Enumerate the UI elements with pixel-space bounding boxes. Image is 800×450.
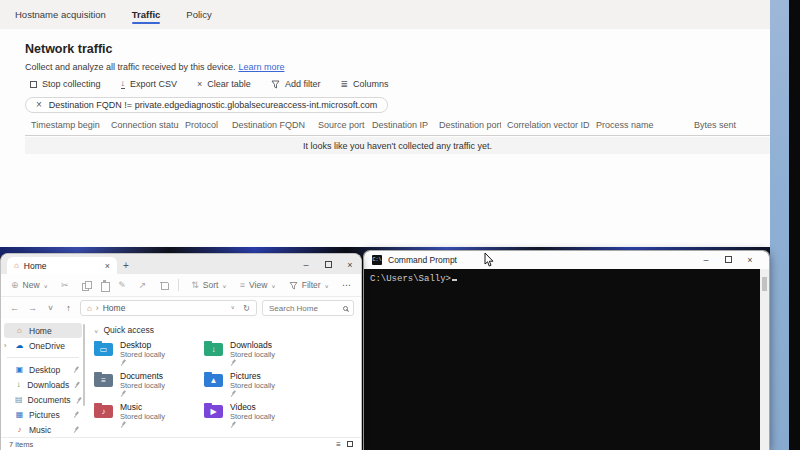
close-tab-icon[interactable]: × [105,261,110,271]
refresh-icon[interactable]: ↻ [243,303,250,313]
folder-desktop[interactable]: ▭ Desktop Stored locally [94,340,204,370]
download-icon: ↓ [121,79,126,89]
up-icon[interactable]: ↑ [62,303,75,313]
cmd-title-bar: C:\ Command Prompt – × [364,251,769,269]
explorer-window-controls: – × [295,260,361,270]
quick-access-grid: ▭ Desktop Stored locally ↓ Downloads Sto… [94,340,361,432]
pin-icon [228,420,237,429]
export-csv-button[interactable]: ↓ Export CSV [121,79,178,89]
sidebar-item-pictures[interactable]: ▦ Pictures [1,407,85,422]
filter-chip[interactable]: × Destination FQDN != private.edgediagno… [25,97,388,113]
col-process-name[interactable]: Process name [590,120,688,135]
columns-button[interactable]: ≣ Columns [340,79,388,89]
col-connection-status[interactable]: Connection status [105,120,179,135]
close-button[interactable]: × [739,255,761,265]
pictures-icon: ▦ [15,411,24,419]
explorer-address-row: ← → ∨ ↑ ⌂ › Home ∨ ↻ [1,297,361,319]
search-input[interactable] [269,304,339,313]
explorer-tab-home[interactable]: ≡ ⌂ Home × [7,257,117,274]
folder-videos[interactable]: ▶ Videos Stored locally [204,402,314,432]
maximize-button[interactable] [317,260,339,270]
sidebar-item-onedrive[interactable]: › ☁ OneDrive [1,338,85,353]
cmd-scrollbar-thumb[interactable] [762,277,767,291]
stop-collecting-button[interactable]: Stop collecting [30,79,101,89]
cut-icon[interactable]: ✂ [61,281,69,290]
col-protocol[interactable]: Protocol [179,120,226,135]
new-button[interactable]: ⊕ New ∨ [11,280,48,290]
share-icon[interactable]: ↗ [139,281,147,290]
chevron-down-icon: ∨ [44,282,48,288]
details-view-icon[interactable]: ≡ [336,440,341,449]
sidebar-item-downloads[interactable]: ↓ Downloads [1,377,85,392]
breadcrumb[interactable]: Home [103,303,126,313]
folder-music[interactable]: ♪ Music Stored locally [94,402,204,432]
col-destination-ip[interactable]: Destination IP [366,120,433,135]
cmd-scrollbar[interactable] [760,269,769,450]
forward-icon[interactable]: → [26,303,39,313]
pin-icon [228,389,237,398]
paste-icon[interactable] [100,280,105,290]
new-tab-button[interactable]: + [117,260,135,274]
address-dropdown-icon[interactable]: ∨ [230,304,234,312]
back-icon[interactable]: ← [8,303,21,313]
desktop-folder-icon: ▭ [94,343,113,356]
music-folder-icon: ♪ [94,405,113,418]
folder-documents[interactable]: ≡ Documents Stored locally [94,371,204,401]
clear-table-button[interactable]: × Clear table [197,79,251,89]
terminal-area[interactable]: C:\Users\Sally> [364,269,760,450]
tab-policy[interactable]: Policy [173,0,224,29]
cmd-window-title: Command Prompt [388,255,457,265]
close-button[interactable]: × [339,260,361,270]
learn-more-link[interactable]: Learn more [238,62,284,72]
filter-button[interactable]: Filter ∨ [289,280,329,290]
folder-pictures[interactable]: ▲ Pictures Stored locally [204,371,314,401]
downloads-folder-icon: ↓ [204,343,223,356]
col-timestamp-begin[interactable]: Timestamp begin [25,120,105,135]
expand-icon[interactable]: › [4,342,6,349]
new-icon: ⊕ [11,281,19,290]
add-filter-button[interactable]: Add filter [271,79,321,89]
view-button[interactable]: ≡ View ∨ [240,280,276,290]
recent-locations-icon[interactable]: ∨ [44,304,57,312]
col-correlation-vector-id[interactable]: Correlation vector ID [501,120,590,135]
large-icons-view-icon[interactable] [347,441,353,447]
address-bar[interactable]: ⌂ › Home ∨ ↻ [80,300,257,316]
pin-icon [118,420,127,429]
col-destination-port[interactable]: Destination port [433,120,501,135]
quick-access-header[interactable]: ∨ Quick access [94,325,361,335]
sidebar-item-desktop[interactable]: ▣ Desktop [1,362,85,377]
explorer-content: ∨ Quick access ▭ Desktop Stored locally … [85,320,361,437]
sort-icon: ⇅ [191,281,199,290]
sidebar-scrollbar[interactable] [83,324,85,406]
breadcrumb-home-icon: ⌂ [87,304,92,313]
pictures-folder-icon: ▲ [204,374,223,387]
minimize-button[interactable]: – [295,260,317,270]
sort-button[interactable]: ⇅ Sort ∨ [191,280,227,290]
sidebar-item-home[interactable]: ⌂ Home [4,323,82,338]
desktop-icon: ▣ [15,366,24,374]
sidebar-item-documents[interactable]: ▤ Documents [1,392,85,407]
file-explorer-window: ≡ ⌂ Home × + – × ⊕ New ∨ ✂ ✎ ↗ ⇅ Sort ∨ [0,253,362,450]
explorer-status-bar: 7 items ≡ [1,437,361,450]
more-options-icon[interactable]: ⋯ [342,281,351,290]
tab-hostname-acquisition[interactable]: Hostname acquisition [2,0,119,29]
delete-icon[interactable] [159,280,164,290]
col-bytes-sent[interactable]: Bytes sent [688,120,770,135]
pin-icon [228,358,237,367]
prompt-text: C:\Users\Sally> [370,274,451,284]
toolbar-separator [178,279,179,291]
folder-downloads[interactable]: ↓ Downloads Stored locally [204,340,314,370]
sidebar-item-music[interactable]: ♪ Music [1,422,85,437]
tab-traffic[interactable]: Traffic [119,0,174,29]
maximize-icon [725,256,732,263]
rename-icon[interactable]: ✎ [118,281,126,290]
minimize-button[interactable]: – [695,255,717,265]
col-source-port[interactable]: Source port [312,120,366,135]
col-destination-fqdn[interactable]: Destination FQDN [226,120,312,135]
page-title: Network traffic [25,42,113,56]
maximize-button[interactable] [717,255,739,265]
search-box[interactable] [262,300,354,316]
home-tab-icon: ⌂ [14,261,19,270]
remove-filter-icon[interactable]: × [36,100,42,110]
copy-icon[interactable] [82,280,87,290]
